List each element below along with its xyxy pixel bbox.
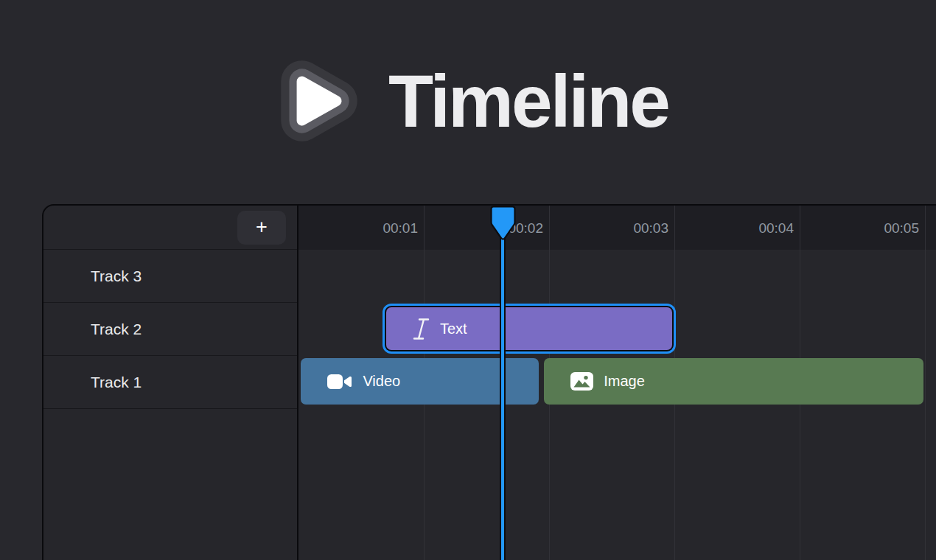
- page: Timeline + Track 3 Track 2 Track 1 00:01…: [0, 0, 936, 560]
- video-icon: [327, 373, 352, 391]
- image-icon: [570, 372, 593, 391]
- ruler-tick-label: 00:05: [853, 206, 919, 250]
- track-label-2: Track 2: [91, 321, 142, 338]
- clip-label: Video: [363, 373, 400, 390]
- clip-label: Text: [440, 321, 467, 337]
- add-track-button[interactable]: +: [237, 211, 286, 245]
- logo-block: Timeline: [0, 47, 936, 154]
- ruler-tick-label: 00:04: [727, 206, 794, 250]
- track-row-3: Track 3: [43, 250, 297, 303]
- ruler-tick-label: 00:01: [352, 206, 418, 250]
- playhead-line: [500, 235, 506, 560]
- sidebar-header: +: [43, 206, 297, 250]
- timeline-panel: + Track 3 Track 2 Track 1 00:0100:0200:0…: [42, 204, 936, 560]
- track-sidebar: + Track 3 Track 2 Track 1: [43, 206, 297, 560]
- clip-label: Image: [604, 373, 645, 390]
- timeline-area: 00:0100:0200:0300:0400:05 Text Video: [298, 206, 936, 560]
- track-row-2: Track 2: [43, 303, 297, 356]
- time-ruler[interactable]: 00:0100:0200:0300:0400:05: [298, 206, 936, 250]
- play-icon: [268, 52, 366, 150]
- track-label-3: Track 3: [91, 267, 142, 285]
- gridline: [925, 206, 926, 560]
- clip-image[interactable]: Image: [544, 358, 923, 405]
- page-title: Timeline: [388, 64, 668, 138]
- track-row-1: Track 1: [43, 356, 297, 409]
- playhead-marker-icon: [490, 206, 516, 242]
- plus-icon: +: [256, 217, 268, 237]
- track-label-1: Track 1: [91, 374, 142, 391]
- ruler-tick-label: 00:03: [602, 206, 668, 250]
- clip-text[interactable]: Text: [386, 307, 672, 350]
- text-icon: [413, 318, 430, 340]
